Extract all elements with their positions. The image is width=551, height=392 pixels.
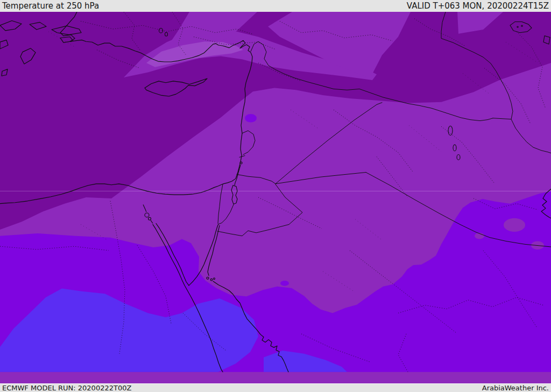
brand-label: ArabiaWeather Inc. — [482, 384, 549, 392]
model-run-label: ECMWF MODEL RUN: 20200222T00Z — [2, 384, 131, 392]
forecast-map-canvas — [0, 12, 551, 383]
zone-bright-blob-nw-saudi — [280, 281, 289, 286]
footer-bar: ECMWF MODEL RUN: 20200222T00Z ArabiaWeat… — [0, 383, 551, 392]
temperature-zones — [0, 12, 551, 372]
page-title: Temperature at 250 hPa — [2, 1, 99, 11]
weather-map-screen: Temperature at 250 hPa VALID T+063 MON, … — [0, 0, 551, 392]
zone-medium-blob-iraq-1 — [504, 218, 525, 232]
valid-time-label: VALID T+063 MON, 20200224T15Z — [407, 1, 549, 11]
zone-bright-blob-lebanon — [245, 114, 257, 123]
header-bar: Temperature at 250 hPa VALID T+063 MON, … — [0, 0, 551, 12]
forecast-map — [0, 12, 551, 383]
